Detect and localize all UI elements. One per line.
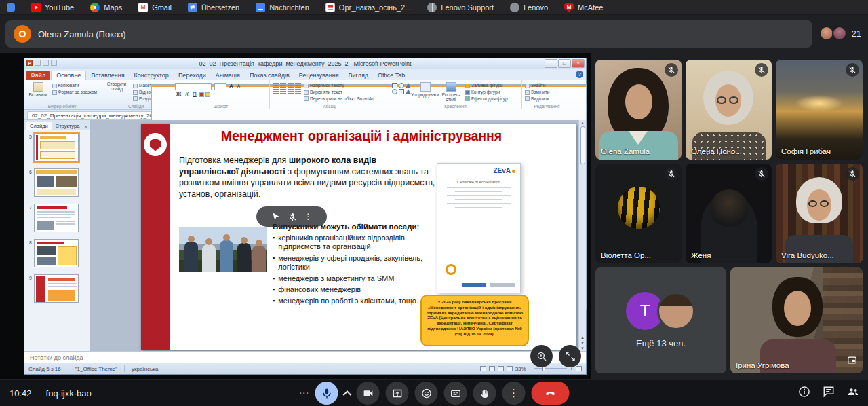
justify-icon[interactable] bbox=[295, 89, 301, 94]
rectangle-shape-icon[interactable] bbox=[392, 83, 397, 88]
font-color-icon[interactable] bbox=[199, 92, 204, 97]
panel-tab-slides[interactable]: Слайди bbox=[26, 122, 52, 130]
info-icon[interactable] bbox=[797, 385, 811, 401]
new-slide-button[interactable]: Створити слайд bbox=[103, 81, 130, 92]
normal-view-icon[interactable] bbox=[480, 366, 486, 371]
shape-icon[interactable] bbox=[392, 89, 397, 94]
zoom-out-icon[interactable]: − bbox=[529, 366, 532, 372]
line-spacing-icon[interactable] bbox=[295, 83, 301, 88]
bookmark-lenovo[interactable]: Lenovo bbox=[510, 3, 548, 12]
mic-button[interactable] bbox=[315, 382, 338, 405]
align-text-button[interactable]: Вирівняти текст bbox=[304, 90, 374, 96]
tab-animations[interactable]: Анімація bbox=[211, 71, 245, 80]
tab-home[interactable]: Основне bbox=[51, 71, 86, 80]
tab-view[interactable]: Вигляд bbox=[344, 71, 374, 80]
bookmark-lenovo-support[interactable]: Lenovo Support bbox=[427, 3, 494, 12]
arrange-button[interactable]: Упорядкувати bbox=[414, 81, 437, 97]
thumbnail[interactable] bbox=[34, 239, 79, 267]
quick-styles-button[interactable]: Експрес-стилі bbox=[439, 81, 462, 103]
tab-transitions[interactable]: Переходи bbox=[174, 71, 211, 80]
tab-insert[interactable]: Вставлення bbox=[86, 71, 129, 80]
notes-pane[interactable]: Нотатки до слайда bbox=[24, 351, 586, 363]
bookmark-translate[interactable]: ⇄Übersetzen bbox=[188, 3, 239, 12]
participant-tile[interactable]: Vira Budyuko... bbox=[776, 164, 863, 263]
participant-tile[interactable]: Віолетта Ор... bbox=[595, 164, 682, 263]
thumbnail-selected[interactable] bbox=[34, 133, 79, 162]
align-left-icon[interactable] bbox=[273, 89, 279, 94]
next-slide-icon[interactable]: ▼ bbox=[580, 341, 585, 345]
scroll-up-icon[interactable]: ▲ bbox=[580, 121, 585, 125]
thumbnail-row[interactable]: 9 bbox=[26, 274, 88, 303]
bookmark-gmail[interactable]: MGmail bbox=[138, 3, 172, 12]
slideshow-view-icon[interactable] bbox=[507, 366, 513, 371]
thumbnail-row[interactable]: 7 bbox=[26, 204, 88, 232]
more-options-icon[interactable]: ⋮ bbox=[304, 212, 313, 221]
previous-slide-icon[interactable]: ▲ bbox=[580, 335, 585, 339]
fit-to-window-icon[interactable] bbox=[576, 366, 582, 371]
participant-tile[interactable]: Олена Поно... bbox=[686, 60, 772, 160]
picture-in-picture-icon[interactable] bbox=[847, 355, 857, 368]
bullets-icon[interactable] bbox=[273, 83, 279, 88]
indent-icon[interactable] bbox=[288, 83, 294, 88]
chevron-up-icon[interactable] bbox=[343, 390, 352, 399]
zoom-slider[interactable] bbox=[534, 368, 567, 369]
grow-font-icon[interactable]: A bbox=[228, 83, 235, 90]
underline-button[interactable]: П bbox=[191, 91, 198, 98]
replace-button[interactable]: Замінити bbox=[525, 90, 549, 96]
thumbnail-row[interactable]: 5 bbox=[26, 133, 88, 162]
select-button[interactable]: Виділити bbox=[525, 96, 549, 103]
help-icon[interactable]: ? bbox=[576, 71, 583, 78]
bookmark-news[interactable]: Nachrichten bbox=[256, 3, 309, 12]
panel-tab-outline[interactable]: Структура bbox=[52, 122, 83, 130]
tab-office-tab[interactable]: Office Tab bbox=[373, 71, 410, 80]
smartart-button[interactable]: Перетворити на об'єкт SmartArt bbox=[304, 96, 374, 103]
more-controls-icon[interactable]: ⋯ bbox=[299, 387, 309, 399]
scroll-down-icon[interactable]: ▼ bbox=[580, 346, 585, 350]
bookmark-document[interactable]: Орг_наказ_осінь_2... bbox=[326, 3, 411, 12]
italic-button[interactable]: К bbox=[184, 91, 190, 98]
participant-count-cluster[interactable]: 21 bbox=[819, 26, 861, 41]
scrollbar-thumb[interactable] bbox=[580, 126, 585, 164]
close-button[interactable]: × bbox=[572, 59, 585, 68]
font-size-select[interactable] bbox=[214, 83, 226, 90]
panel-close-icon[interactable]: × bbox=[84, 124, 90, 130]
maximize-button[interactable]: □ bbox=[558, 59, 571, 68]
bookmark-youtube[interactable]: YouTube bbox=[31, 3, 74, 12]
undo-icon[interactable] bbox=[43, 60, 49, 66]
copy-button[interactable]: Копіювати bbox=[52, 83, 97, 89]
font-name-select[interactable] bbox=[175, 83, 212, 90]
raise-hand-button[interactable] bbox=[473, 382, 496, 405]
paste-button[interactable]: Вставити bbox=[27, 81, 50, 97]
highlight-color-icon[interactable] bbox=[205, 92, 210, 97]
captions-button[interactable] bbox=[444, 382, 467, 405]
minimize-button[interactable]: – bbox=[545, 59, 557, 68]
bold-button[interactable]: Ж bbox=[175, 91, 182, 98]
reactions-button[interactable] bbox=[415, 382, 438, 405]
tab-file[interactable]: Файл bbox=[26, 71, 50, 80]
shape-outline-button[interactable]: Контур фігури bbox=[465, 90, 508, 96]
thumbnail-row[interactable]: 8 bbox=[26, 239, 88, 267]
vertical-scrollbar[interactable]: ▲ ▲ ▼ ▼ bbox=[578, 120, 586, 351]
camera-button[interactable] bbox=[357, 382, 380, 405]
thumbnail[interactable] bbox=[34, 274, 79, 303]
tab-design[interactable]: Конструктор bbox=[130, 71, 174, 80]
bookmark-icon[interactable] bbox=[7, 3, 15, 12]
people-icon[interactable] bbox=[846, 385, 860, 401]
zoom-content-button[interactable] bbox=[530, 345, 553, 367]
expand-content-button[interactable] bbox=[559, 345, 581, 367]
shape-icon[interactable] bbox=[406, 89, 411, 94]
tab-review[interactable]: Рецензування bbox=[294, 71, 344, 80]
reading-view-icon[interactable] bbox=[498, 366, 504, 371]
bookmark-maps[interactable]: Maps bbox=[90, 3, 122, 12]
participant-tile[interactable]: Женя bbox=[686, 164, 772, 263]
text-direction-button[interactable]: Напрямок тексту bbox=[304, 83, 374, 89]
shape-icon[interactable] bbox=[399, 89, 404, 94]
end-call-button[interactable] bbox=[532, 382, 570, 405]
overflow-participants-tile[interactable]: T Ещё 13 чел. bbox=[595, 267, 726, 373]
shape-effects-button[interactable]: Ефекти для фігур bbox=[465, 96, 508, 103]
save-icon[interactable] bbox=[35, 60, 41, 66]
shrink-font-icon[interactable]: A bbox=[236, 84, 241, 90]
thumbnail[interactable] bbox=[34, 204, 79, 232]
more-options-button[interactable]: ⋮ bbox=[502, 382, 526, 405]
slide-canvas[interactable]: Менеджмент організацій і адміністрування… bbox=[141, 124, 576, 350]
